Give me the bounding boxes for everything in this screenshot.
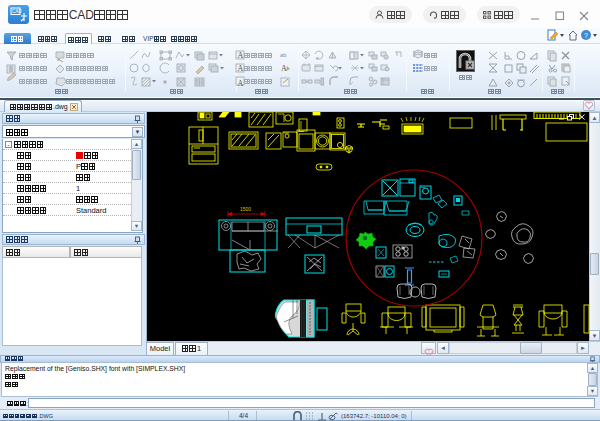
svg-text:CAD: CAD (12, 9, 22, 14)
svg-text:A: A (281, 64, 287, 73)
svg-text:1500: 1500 (240, 206, 251, 212)
svg-text:?: ? (584, 32, 588, 39)
svg-text:ab: ab (280, 52, 287, 58)
svg-text:A: A (238, 64, 244, 73)
svg-text:A: A (238, 79, 244, 88)
svg-text:A: A (238, 51, 244, 60)
